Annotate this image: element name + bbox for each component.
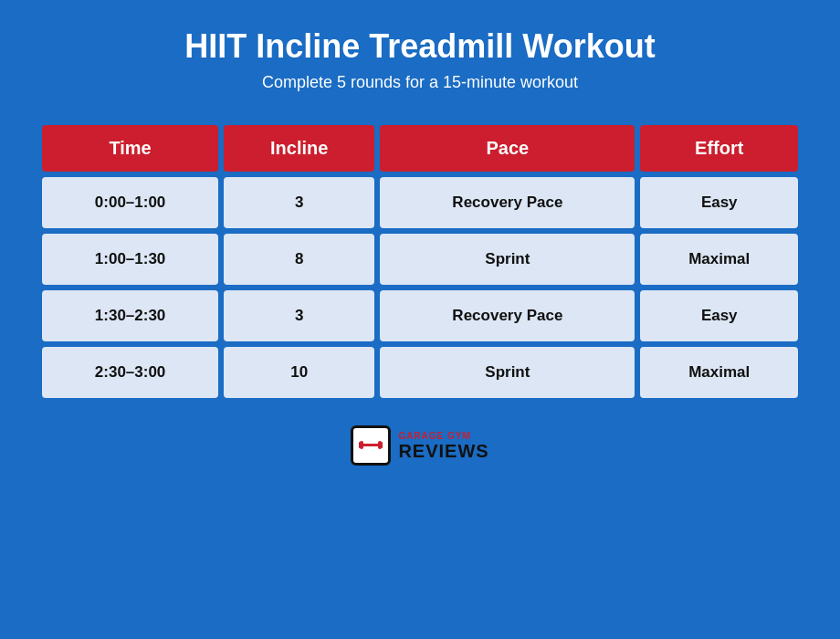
cell-effort-0: Easy [640, 177, 798, 228]
table-body: 0:00–1:003Recovery PaceEasy1:00–1:308Spr… [42, 177, 798, 398]
logo-top-text: GARAGE GYM [398, 431, 470, 441]
table-row: 1:00–1:308SprintMaximal [42, 234, 798, 285]
table-row: 0:00–1:003Recovery PaceEasy [42, 177, 798, 228]
cell-time-3: 2:30–3:00 [42, 347, 218, 398]
logo-box [351, 425, 391, 466]
table-row: 1:30–2:303Recovery PaceEasy [42, 290, 798, 341]
workout-table: TimeInclinePaceEffort 0:00–1:003Recovery… [37, 120, 803, 403]
cell-time-1: 1:00–1:30 [42, 234, 218, 285]
table-header-effort: Effort [640, 125, 798, 172]
cell-effort-2: Easy [640, 290, 798, 341]
table-header-incline: Incline [224, 125, 374, 172]
cell-pace-0: Recovery Pace [380, 177, 635, 228]
cell-effort-3: Maximal [640, 347, 798, 398]
cell-incline-2: 3 [224, 290, 374, 341]
page-title: HIIT Incline Treadmill Workout [184, 27, 655, 66]
logo-text-group: GARAGE GYM REVIEWS [398, 431, 488, 461]
svg-rect-4 [381, 442, 383, 448]
svg-rect-3 [359, 442, 361, 448]
table-header-row: TimeInclinePaceEffort [42, 125, 798, 172]
table-header-pace: Pace [380, 125, 635, 172]
cell-incline-3: 10 [224, 347, 374, 398]
svg-rect-0 [362, 444, 380, 446]
cell-incline-0: 3 [224, 177, 374, 228]
logo-area: GARAGE GYM REVIEWS [351, 425, 488, 466]
logo-icon [358, 432, 383, 460]
cell-pace-3: Sprint [380, 347, 635, 398]
cell-pace-1: Sprint [380, 234, 635, 285]
cell-time-2: 1:30–2:30 [42, 290, 218, 341]
cell-incline-1: 8 [224, 234, 374, 285]
cell-pace-2: Recovery Pace [380, 290, 635, 341]
logo-bottom-text: REVIEWS [398, 441, 488, 461]
table-header-time: Time [42, 125, 218, 172]
cell-effort-1: Maximal [640, 234, 798, 285]
table-row: 2:30–3:0010SprintMaximal [42, 347, 798, 398]
page-subtitle: Complete 5 rounds for a 15-minute workou… [262, 73, 578, 92]
cell-time-0: 0:00–1:00 [42, 177, 218, 228]
